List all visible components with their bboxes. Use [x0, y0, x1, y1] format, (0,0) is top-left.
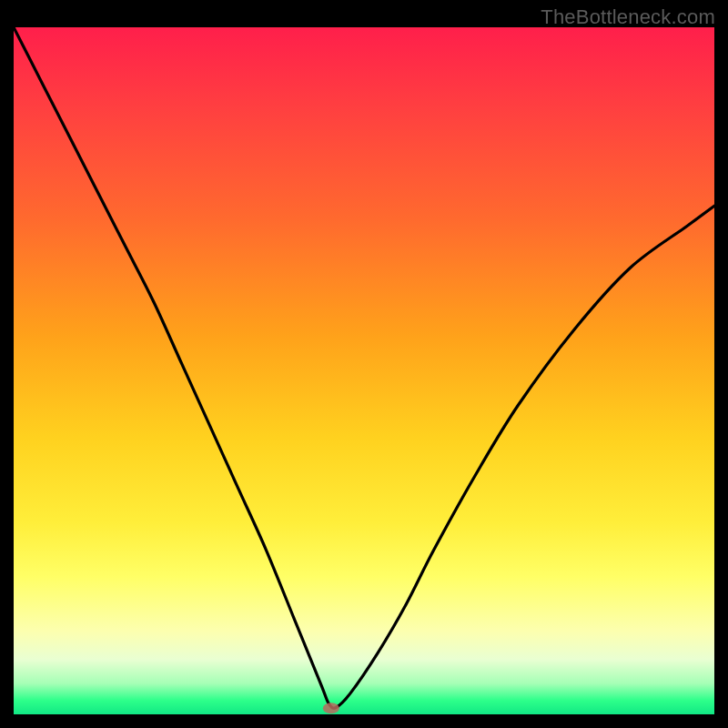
chart-frame: TheBottleneck.com — [0, 0, 728, 728]
bottleneck-curve — [14, 27, 714, 714]
watermark-text: TheBottleneck.com — [541, 5, 715, 29]
curve-line — [14, 27, 714, 708]
plot-area — [14, 27, 714, 714]
minimum-marker — [323, 703, 339, 713]
